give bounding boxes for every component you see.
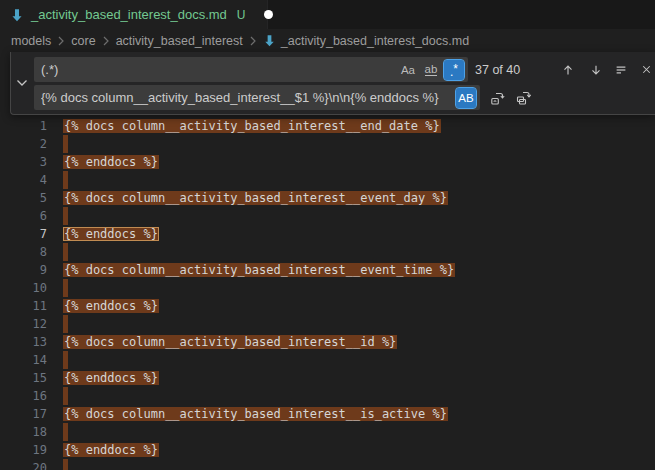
find-match-highlight [63,171,68,189]
code-line[interactable]: 15{% enddocs %} [0,369,655,387]
match-case-toggle[interactable]: Aa [398,60,418,80]
replace-button[interactable] [487,85,509,110]
find-in-selection-icon[interactable] [610,57,632,82]
code-line[interactable]: 18 [0,423,655,441]
markdown-file-icon [263,34,276,47]
next-match-button[interactable] [585,57,607,82]
line-content[interactable] [63,423,68,441]
chevron-right-icon [57,36,65,46]
breadcrumb-item-core[interactable]: core [71,34,95,48]
regex-toggle[interactable]: .* [444,60,464,80]
find-match-highlight: {% enddocs %} [63,443,159,457]
find-match-highlight: {% docs column__activity_based_interest_… [63,263,455,277]
current-find-match: {% enddocs %} [63,227,159,241]
line-content[interactable] [63,387,68,405]
line-number: 1 [0,117,47,135]
line-content[interactable]: {% enddocs %} [63,441,159,459]
replace-all-button[interactable] [513,85,535,110]
line-number: 18 [0,423,47,441]
line-number: 4 [0,171,47,189]
modified-indicator-icon[interactable] [264,10,273,19]
code-line[interactable]: 5{% docs column__activity_based_interest… [0,189,655,207]
chevron-right-icon [249,36,257,46]
code-line[interactable]: 9{% docs column__activity_based_interest… [0,261,655,279]
line-number: 15 [0,369,47,387]
code-line[interactable]: 3{% enddocs %} [0,153,655,171]
find-match-highlight: {% enddocs %} [63,371,159,385]
code-line[interactable]: 11{% enddocs %} [0,297,655,315]
line-content[interactable] [63,207,68,225]
find-match-highlight [63,423,68,441]
find-match-highlight [63,279,68,297]
code-line[interactable]: 13{% docs column__activity_based_interes… [0,333,655,351]
line-number: 6 [0,207,47,225]
code-line[interactable]: 8 [0,243,655,261]
code-line[interactable]: 19{% enddocs %} [0,441,655,459]
vscode-window: _activity_based_interest_docs.md U model… [0,0,655,470]
find-match-highlight: {% docs column__activity_based_interest_… [63,191,448,205]
line-content[interactable]: {% docs column__activity_based_interest_… [63,405,448,423]
find-match-highlight [63,315,68,333]
find-match-highlight [63,351,68,369]
line-content[interactable] [63,171,68,189]
git-status-badge: U [237,8,246,22]
line-content[interactable] [63,243,68,261]
line-number: 13 [0,333,47,351]
line-content[interactable]: {% docs column__activity_based_interest_… [63,333,397,351]
line-number: 11 [0,297,47,315]
previous-match-button[interactable] [557,57,579,82]
code-line[interactable]: 4 [0,171,655,189]
find-match-highlight: {% docs column__activity_based_interest_… [63,335,397,349]
find-widget: (.*) Aa ab .* 37 of 40 {% docs column__a… [10,52,655,115]
line-content[interactable]: {% enddocs %} [63,153,159,171]
line-content[interactable]: {% enddocs %} [63,297,159,315]
code-area: 1{% docs column__activity_based_interest… [0,117,655,470]
breadcrumb-item-folder[interactable]: activity_based_interest [116,34,243,48]
code-line[interactable]: 7{% enddocs %} [0,225,655,243]
line-content[interactable]: {% enddocs %} [63,225,159,243]
whole-word-toggle[interactable]: ab [421,60,441,80]
line-number: 12 [0,315,47,333]
line-number: 9 [0,261,47,279]
find-match-highlight: {% docs column__activity_based_interest_… [63,407,448,421]
code-line[interactable]: 10 [0,279,655,297]
find-match-highlight [63,459,68,470]
replace-input[interactable]: {% docs column__activity_based_interest_… [34,85,480,110]
code-line[interactable]: 2 [0,135,655,153]
close-icon[interactable] [635,57,655,82]
line-content[interactable] [63,135,68,153]
toggle-replace-chevron-icon[interactable] [11,52,33,114]
find-input[interactable]: (.*) Aa ab .* [34,57,468,82]
line-number: 17 [0,405,47,423]
line-content[interactable]: {% docs column__activity_based_interest_… [63,261,455,279]
markdown-file-icon [10,8,24,22]
code-line[interactable]: 6 [0,207,655,225]
code-line[interactable]: 14 [0,351,655,369]
line-number: 8 [0,243,47,261]
tab-bar: _activity_based_interest_docs.md U [0,0,655,29]
line-number: 20 [0,459,47,470]
code-line[interactable]: 16 [0,387,655,405]
line-content[interactable]: {% docs column__activity_based_interest_… [63,189,448,207]
tab-filename: _activity_based_interest_docs.md [31,7,227,22]
code-line[interactable]: 20 [0,459,655,470]
line-content[interactable]: {% docs column__activity_based_interest_… [63,117,441,135]
find-match-highlight: {% enddocs %} [63,299,159,313]
line-content[interactable] [63,279,68,297]
chevron-right-icon [102,36,110,46]
line-content[interactable] [63,459,68,470]
code-line[interactable]: 1{% docs column__activity_based_interest… [0,117,655,135]
breadcrumb-item-file[interactable]: _activity_based_interest_docs.md [263,34,469,48]
find-match-highlight [63,243,68,261]
code-line[interactable]: 12 [0,315,655,333]
breadcrumb-item-models[interactable]: models [11,34,51,48]
line-content[interactable] [63,351,68,369]
breadcrumb: models core activity_based_interest _act… [0,29,655,52]
line-content[interactable] [63,315,68,333]
line-content[interactable]: {% enddocs %} [63,369,159,387]
line-number: 14 [0,351,47,369]
tab-active[interactable]: _activity_based_interest_docs.md U [0,0,268,29]
find-input-value: (.*) [41,62,398,77]
code-line[interactable]: 17{% docs column__activity_based_interes… [0,405,655,423]
preserve-case-toggle[interactable]: AB [456,88,476,108]
